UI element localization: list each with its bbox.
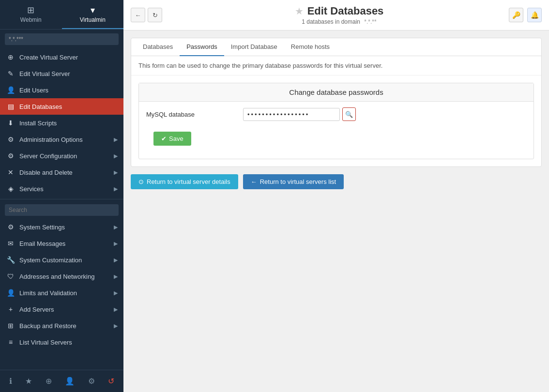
sidebar-item-label: Add Servers <box>19 306 54 313</box>
sidebar-item-services[interactable]: ◈ Services ▶ <box>0 181 123 197</box>
email-icon: ✉ <box>6 240 15 247</box>
change-passwords-section: Change database passwords MySQL database… <box>138 83 534 159</box>
share-icon[interactable]: ⊕ <box>43 375 55 387</box>
page-subtitle: 1 databases in domain *.*.** <box>169 18 509 25</box>
network-icon: 🛡 <box>6 272 15 280</box>
webmin-label: Webmin <box>20 16 42 23</box>
top-bar-right: 🔑 🔔 <box>509 8 542 22</box>
sidebar-item-label: Edit Virtual Server <box>19 70 70 77</box>
sidebar-item-label: Addresses and Networking <box>19 273 94 280</box>
tab-import-database[interactable]: Import Database <box>224 38 284 56</box>
chevron-right-icon: ▶ <box>114 224 118 230</box>
virtualmin-icon: ▾ <box>64 5 122 15</box>
sidebar-item-backup-restore[interactable]: ⊞ Backup and Restore ▶ <box>0 317 123 334</box>
tab-passwords[interactable]: Passwords <box>180 38 224 56</box>
webmin-icon: ⊞ <box>2 5 60 15</box>
chevron-right-icon: ▶ <box>114 306 118 313</box>
action-buttons: ⊙ Return to virtual server details ← Ret… <box>131 174 542 189</box>
main-content: ← ↻ ★ Edit Databases 1 databases in doma… <box>123 0 549 392</box>
sidebar-item-edit-databases[interactable]: ▤ Edit Databases <box>0 98 123 115</box>
settings-icon: ⚙ <box>6 223 15 231</box>
gear-icon[interactable]: ⚙ <box>85 375 98 387</box>
add-servers-icon: + <box>6 305 15 313</box>
sidebar-item-label: System Customization <box>19 256 82 264</box>
return-details-button[interactable]: ⊙ Return to virtual server details <box>131 174 238 189</box>
user-icon[interactable]: 👤 <box>62 375 77 387</box>
tab-virtualmin[interactable]: ▾ Virtualmin <box>62 0 124 29</box>
checkmark-icon: ✔ <box>161 135 167 142</box>
sidebar-search-section <box>0 201 123 219</box>
sidebar-item-label: Edit Databases <box>19 103 62 110</box>
sidebar-item-administration-options[interactable]: ⚙ Administration Options ▶ <box>0 131 123 148</box>
chevron-right-icon: ▶ <box>114 290 118 296</box>
form-description: This form can be used to change the prim… <box>131 56 541 75</box>
refresh-icon[interactable]: ↺ <box>105 375 117 387</box>
tab-webmin[interactable]: ⊞ Webmin <box>0 0 62 29</box>
reveal-password-button[interactable]: 🔍 <box>342 107 356 121</box>
arrow-left-icon: ← <box>251 178 257 185</box>
sidebar-item-label: Email Messages <box>19 240 65 247</box>
back-button[interactable]: ← <box>131 8 145 22</box>
sidebar: ⊞ Webmin ▾ Virtualmin ⊕ Create Virtual S… <box>0 0 123 392</box>
sidebar-item-label: List Virtual Servers <box>19 339 72 346</box>
sidebar-item-label: Backup and Restore <box>19 322 76 330</box>
bell-button[interactable]: 🔔 <box>527 8 542 22</box>
search-input[interactable] <box>5 204 119 216</box>
tab-databases[interactable]: Databases <box>136 38 180 56</box>
page-title-area: ★ Edit Databases 1 databases in domain *… <box>169 5 509 25</box>
sidebar-item-system-customization[interactable]: 🔧 System Customization ▶ <box>0 252 123 268</box>
chevron-right-icon: ▶ <box>114 153 118 159</box>
sidebar-item-system-settings[interactable]: ⚙ System Settings ▶ <box>0 219 123 235</box>
arrow-circle-icon: ⊙ <box>138 178 144 185</box>
mysql-password-input[interactable] <box>243 108 340 121</box>
page-title: ★ Edit Databases <box>169 5 509 17</box>
info-icon[interactable]: ℹ <box>6 375 15 387</box>
star-icon[interactable]: ★ <box>295 5 304 17</box>
chevron-right-icon: ▶ <box>114 273 118 280</box>
password-input-group: 🔍 <box>243 107 356 121</box>
sidebar-footer: ℹ ★ ⊕ 👤 ⚙ ↺ <box>0 370 123 392</box>
sidebar-item-edit-virtual-server[interactable]: ✎ Edit Virtual Server <box>0 65 123 82</box>
sidebar-item-label: Disable and Delete <box>19 169 73 176</box>
chevron-right-icon: ▶ <box>114 241 118 247</box>
edit-vs-icon: ✎ <box>6 70 15 77</box>
sidebar-item-limits-validation[interactable]: 👤 Limits and Validation ▶ <box>0 285 123 301</box>
sidebar-item-add-servers[interactable]: + Add Servers ▶ <box>0 301 123 317</box>
sidebar-item-label: Create Virtual Server <box>19 54 78 61</box>
mysql-label: MySQL database <box>146 111 243 118</box>
sidebar-item-label: Server Configuration <box>19 152 77 160</box>
chevron-right-icon: ▶ <box>114 136 118 143</box>
users-icon: 👤 <box>6 86 15 94</box>
domain-selector[interactable] <box>0 30 123 49</box>
backup-icon: ⊞ <box>6 322 15 330</box>
sidebar-item-install-scripts[interactable]: ⬇ Install Scripts <box>0 115 123 131</box>
create-icon: ⊕ <box>6 53 15 61</box>
sidebar-item-create-virtual-server[interactable]: ⊕ Create Virtual Server <box>0 49 123 65</box>
return-list-button[interactable]: ← Return to virtual servers list <box>243 174 344 189</box>
mysql-form-row: MySQL database 🔍 <box>139 102 534 127</box>
domain-input[interactable] <box>5 33 119 45</box>
admin-icon: ⚙ <box>6 136 15 143</box>
sidebar-item-edit-users[interactable]: 👤 Edit Users <box>0 82 123 98</box>
star-icon[interactable]: ★ <box>22 375 35 387</box>
sidebar-item-email-messages[interactable]: ✉ Email Messages ▶ <box>0 235 123 252</box>
sidebar-item-disable-delete[interactable]: ✕ Disable and Delete ▶ <box>0 164 123 181</box>
sidebar-item-label: Install Scripts <box>19 120 57 127</box>
tab-remote-hosts[interactable]: Remote hosts <box>284 38 336 56</box>
section-header: Change database passwords <box>139 83 534 102</box>
sidebar-top-tabs: ⊞ Webmin ▾ Virtualmin <box>0 0 123 30</box>
top-bar: ← ↻ ★ Edit Databases 1 databases in doma… <box>123 0 549 30</box>
chevron-right-icon: ▶ <box>114 186 118 192</box>
customize-icon: 🔧 <box>6 256 15 264</box>
chevron-right-icon: ▶ <box>114 323 118 329</box>
refresh-button[interactable]: ↻ <box>148 8 162 22</box>
save-button[interactable]: ✔ Save <box>153 132 191 146</box>
key-button[interactable]: 🔑 <box>509 8 523 22</box>
chevron-right-icon: ▶ <box>114 257 118 263</box>
limits-icon: 👤 <box>6 289 15 297</box>
server-config-icon: ⚙ <box>6 152 15 160</box>
sidebar-item-server-configuration[interactable]: ⚙ Server Configuration ▶ <box>0 148 123 164</box>
sidebar-item-list-virtual-servers[interactable]: ≡ List Virtual Servers <box>0 334 123 350</box>
sidebar-item-addresses-networking[interactable]: 🛡 Addresses and Networking ▶ <box>0 268 123 285</box>
sidebar-item-label: Services <box>19 185 44 193</box>
